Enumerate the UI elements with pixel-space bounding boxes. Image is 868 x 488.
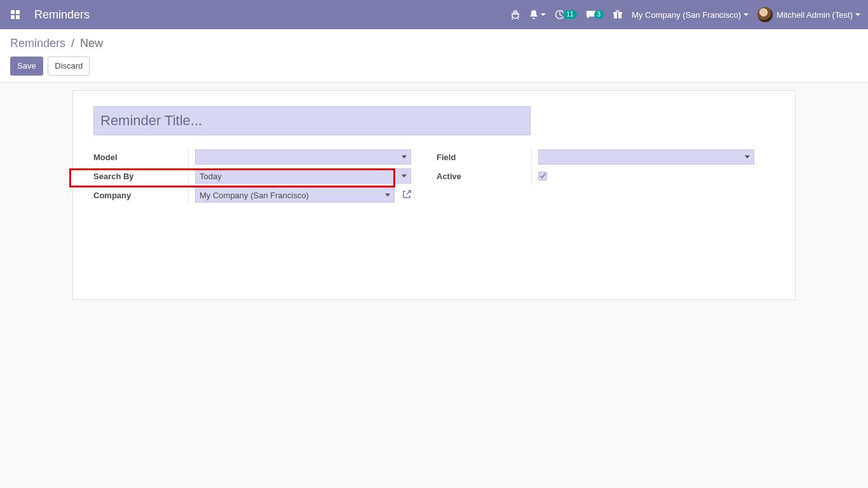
discard-button[interactable]: Discard	[48, 57, 90, 76]
company-switcher[interactable]: My Company (San Francisco)	[632, 10, 749, 20]
svg-rect-2	[11, 15, 15, 19]
navbar: Reminders 11 3 My Company (San Francisco…	[0, 0, 868, 29]
form-left-column: Model Search By Today	[93, 148, 411, 205]
activities-button[interactable]: 11	[555, 10, 576, 20]
save-button[interactable]: Save	[10, 57, 43, 76]
row-model: Model	[93, 148, 411, 166]
messages-count-badge: 3	[594, 10, 604, 19]
search-by-field[interactable]: Today	[195, 168, 411, 184]
company-field[interactable]: My Company (San Francisco)	[195, 187, 395, 203]
label-active: Active	[437, 167, 532, 185]
app-title[interactable]: Reminders	[34, 8, 90, 22]
bug-icon	[510, 10, 520, 20]
breadcrumb-current: New	[80, 37, 103, 50]
caret-down-icon	[855, 13, 860, 16]
gift-button[interactable]	[613, 10, 623, 20]
form-sheet: Model Search By Today	[72, 90, 796, 300]
row-search-by: Search By Today	[93, 167, 411, 185]
external-link-icon	[402, 190, 411, 199]
label-search-by: Search By	[93, 167, 189, 185]
reminder-title-input[interactable]	[93, 106, 531, 135]
gift-icon	[613, 10, 623, 20]
check-icon	[539, 173, 546, 179]
row-active: Active	[437, 167, 754, 185]
active-checkbox[interactable]	[538, 172, 547, 180]
caret-down-icon	[541, 13, 546, 16]
label-model: Model	[93, 148, 189, 166]
caret-down-icon	[743, 13, 749, 16]
bell-icon	[529, 10, 538, 20]
form-background: Model Search By Today	[0, 83, 868, 362]
messaging-button[interactable]: 3	[586, 10, 604, 19]
model-field[interactable]	[195, 149, 411, 165]
apps-menu-button[interactable]	[8, 7, 23, 22]
row-field: Field	[437, 148, 754, 166]
avatar	[757, 7, 773, 22]
company-external-link[interactable]	[402, 190, 411, 201]
svg-rect-7	[617, 12, 618, 18]
company-value: My Company (San Francisco)	[200, 191, 309, 200]
svg-rect-3	[16, 15, 20, 19]
label-company: Company	[93, 186, 189, 204]
activities-count-badge: 11	[563, 10, 576, 19]
search-by-value: Today	[200, 172, 222, 181]
control-panel: Reminders / New Save Discard	[0, 29, 868, 83]
apps-icon	[10, 10, 20, 20]
label-field: Field	[437, 148, 532, 166]
company-name: My Company (San Francisco)	[632, 10, 741, 20]
svg-rect-1	[16, 10, 20, 14]
field-field[interactable]	[538, 149, 754, 165]
user-menu[interactable]: Mitchell Admin (Test)	[757, 7, 860, 22]
user-name: Mitchell Admin (Test)	[776, 10, 853, 20]
breadcrumb-separator: /	[71, 37, 74, 50]
form-right-column: Field Active	[437, 148, 754, 205]
debug-button[interactable]	[510, 10, 520, 20]
breadcrumb: Reminders / New	[10, 37, 858, 50]
page-remainder	[0, 362, 868, 488]
row-company: Company My Company (San Francisco)	[93, 186, 411, 204]
notifications-button[interactable]	[529, 10, 546, 20]
svg-rect-0	[11, 10, 15, 14]
breadcrumb-root[interactable]: Reminders	[10, 37, 65, 50]
